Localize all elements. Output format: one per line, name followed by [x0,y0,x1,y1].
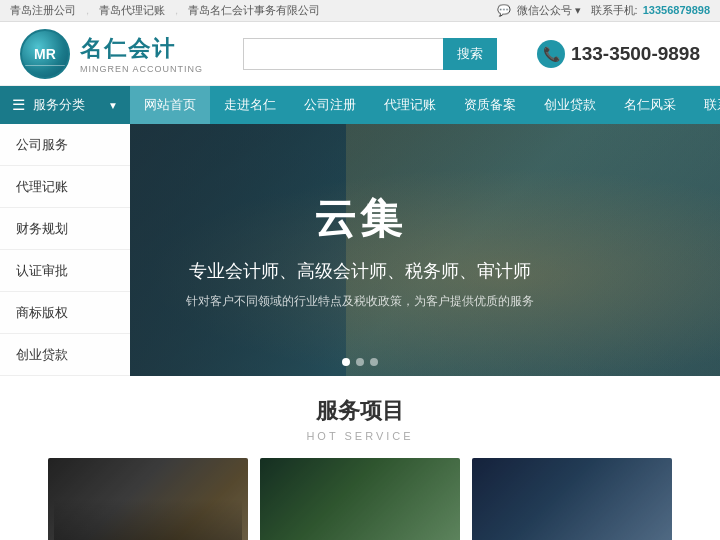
top-bar: 青岛注册公司 ， 青岛代理记账 ， 青岛名仁会计事务有限公司 💬 微信公众号 ▾… [0,0,720,22]
search-button[interactable]: 搜索 [443,38,497,70]
search-input[interactable] [243,38,443,70]
nav-items: 网站首页 走进名仁 公司注册 代理记账 资质备案 创业贷款 名仁风采 联系我们 [130,86,720,124]
logo-cn: 名仁会计 [80,34,203,64]
sidebar-item-certification[interactable]: 认证审批 [0,250,130,292]
hero-content: 云集 专业会计师、高级会计师、税务师、审计师 针对客户不同领域的行业特点及税收政… [186,191,534,310]
content-area: 公司服务 代理记账 财务规划 认证审批 商标版权 创业贷款 云集 专业会计师、高… [0,124,720,376]
nav-item-contact[interactable]: 联系我们 [690,86,720,124]
services-subtitle: HOT SERVICE [20,430,700,442]
services-grid [20,458,700,540]
sidebar-item-company[interactable]: 公司服务 [0,124,130,166]
top-bar-company-3[interactable]: 青岛名仁会计事务有限公司 [188,3,320,18]
logo-text: 名仁会计 MINGREN ACCOUNTING [80,34,203,74]
hero-subtitle: 专业会计师、高级会计师、税务师、审计师 [186,259,534,283]
service-card-2[interactable] [260,458,460,540]
logo-en: MINGREN ACCOUNTING [80,64,203,74]
phone-icon: 📞 [537,40,565,68]
top-bar-company-2[interactable]: 青岛代理记账 [99,3,165,18]
nav-item-home[interactable]: 网站首页 [130,86,210,124]
nav-item-bookkeeping[interactable]: 代理记账 [370,86,450,124]
nav-item-gallery[interactable]: 名仁风采 [610,86,690,124]
top-bar-wechat[interactable]: 💬 微信公众号 ▾ [497,3,580,18]
header-phone-area: 📞 133-3500-9898 [537,40,700,68]
header-search: 搜索 [243,38,497,70]
nav-item-qualification[interactable]: 资质备案 [450,86,530,124]
services-title: 服务项目 [20,396,700,426]
menu-icon: ☰ [12,96,25,114]
service-card-3[interactable] [472,458,672,540]
chevron-down-icon: ▼ [108,100,118,111]
hero-dots [342,358,378,366]
sidebar-item-finance[interactable]: 财务规划 [0,208,130,250]
sidebar: 公司服务 代理记账 财务规划 认证审批 商标版权 创业贷款 [0,124,130,376]
top-bar-right: 💬 微信公众号 ▾ 联系手机: 13356879898 [497,3,710,18]
top-bar-company-1[interactable]: 青岛注册公司 [10,3,76,18]
wechat-icon: 💬 [497,4,511,16]
nav-category[interactable]: ☰ 服务分类 ▼ [0,86,130,124]
navigation: ☰ 服务分类 ▼ 网站首页 走进名仁 公司注册 代理记账 资质备案 创业贷款 名… [0,86,720,124]
logo-area: 名仁会计 MINGREN ACCOUNTING [20,29,203,79]
sidebar-item-loan[interactable]: 创业贷款 [0,334,130,376]
hero-dot-2[interactable] [356,358,364,366]
sidebar-item-bookkeeping[interactable]: 代理记账 [0,166,130,208]
hero-dot-3[interactable] [370,358,378,366]
nav-category-label: 服务分类 [33,96,85,114]
top-bar-left: 青岛注册公司 ， 青岛代理记账 ， 青岛名仁会计事务有限公司 [10,3,320,18]
logo-icon [20,29,70,79]
top-bar-phone: 联系手机: 13356879898 [591,3,710,18]
services-section: 服务项目 HOT SERVICE [0,376,720,540]
nav-item-loan[interactable]: 创业贷款 [530,86,610,124]
phone-number: 133-3500-9898 [571,43,700,65]
sidebar-item-trademark[interactable]: 商标版权 [0,292,130,334]
nav-item-register[interactable]: 公司注册 [290,86,370,124]
service-card-1[interactable] [48,458,248,540]
header: 名仁会计 MINGREN ACCOUNTING 搜索 📞 133-3500-98… [0,22,720,86]
hero-dot-1[interactable] [342,358,350,366]
hero-title: 云集 [186,191,534,247]
nav-item-about[interactable]: 走进名仁 [210,86,290,124]
hero-desc: 针对客户不同领域的行业特点及税收政策，为客户提供优质的服务 [186,293,534,310]
